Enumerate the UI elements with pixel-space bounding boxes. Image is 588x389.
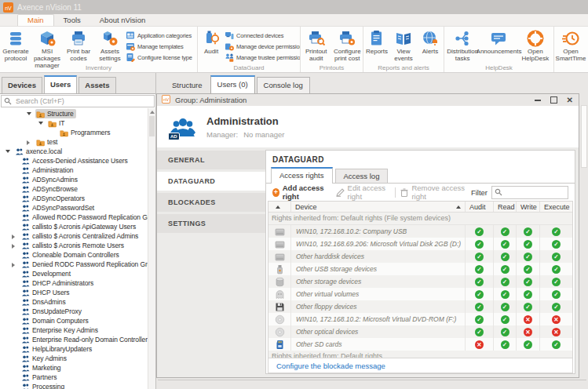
tree-item[interactable]: callisto $ Acronis Centralized Admins [0,231,155,241]
tree-item[interactable]: Key Admins [0,354,155,363]
table-row[interactable]: Other optical devices✓✓✕✕ [268,325,572,338]
tree-item[interactable]: ADSyncPasswordSet [0,203,155,213]
panel-tab-access-log[interactable]: Access log [335,169,389,183]
tree-item[interactable]: Programmers [0,128,155,137]
table-row[interactable]: Other harddisk devices✓✓✓✓ [268,250,572,263]
nav-item-settings[interactable]: SETTINGS [157,214,265,233]
ribbon-button-alerts[interactable]: Alerts [417,28,444,64]
panel-tab-access-rights[interactable]: Access rights [271,167,333,184]
tree-item[interactable]: Enterprise Read-only Domain Controllers [0,335,155,344]
main-tab-users-0[interactable]: Users (0) [210,75,255,93]
ribbon-tab-about-nvision[interactable]: About nVision [90,14,155,26]
column-header-read[interactable]: Read [494,202,517,212]
table-row[interactable]: WIN10, 172.168.10.2: Company USB✓✓✓✓ [268,225,572,238]
close-button[interactable]: ✕ [567,96,573,104]
ribbon-button-manage-trustee-permissions[interactable]: Manage trustee permissions [225,53,300,62]
table-row[interactable]: Other USB storage devices✓✓✓✓ [268,263,572,275]
nav-item-blockades[interactable]: BLOCKADES [157,193,265,212]
tree-item[interactable]: Processing [0,382,155,389]
tree-item[interactable]: Administration [0,165,155,175]
tree-item[interactable]: axence.local [0,147,155,156]
edit-access-right-button[interactable]: Edit access right [336,184,389,201]
ribbon-button-msi-packages-manager[interactable]: MSI packages manager [31,28,63,64]
search-input[interactable] [14,96,152,106]
ribbon-button-view-events[interactable]: View events [390,28,417,64]
nav-item-general[interactable]: GENERAL [157,151,265,169]
ribbon-button-configure-print-cost[interactable]: Configure print cost [332,28,363,64]
tree-item[interactable]: IT [0,118,155,128]
ribbon-button-connected-devices[interactable]: Connected devices [225,31,300,40]
ribbon-button-open-helpdesk[interactable]: Open HelpDesk [517,28,553,64]
expand-closed-icon[interactable] [12,244,15,249]
tree-item[interactable]: DHCP Users [0,288,155,297]
expand-closed-icon[interactable] [12,263,15,267]
tree-item[interactable]: Cloneable Domain Controllers [0,250,155,260]
column-header-device[interactable]: Device [291,202,466,212]
main-tab-structure[interactable]: Structure [166,78,209,93]
tree-item[interactable]: Access-Denied Assistance Users [0,156,155,165]
ribbon-button-reports[interactable]: Reports [363,28,390,64]
tree-item[interactable]: Domain Computers [0,316,155,325]
tree-item[interactable]: callisto $ Acronis Remote Users [0,241,155,250]
maximize-button[interactable] [550,96,557,104]
table-row[interactable]: Other virtual volumes✓✓✓✓ [268,288,572,300]
tree-item[interactable]: test [0,137,155,147]
scroll-up-icon[interactable] [150,111,155,114]
ribbon-button-assets-settings[interactable]: Assets settings [94,28,126,64]
ribbon-tab-tools[interactable]: Tools [54,14,90,26]
table-row[interactable]: Other floppy devices✓✓✓✓ [268,300,572,313]
ribbon-button-manage-templates[interactable]: Manage templates [126,42,197,51]
expand-closed-icon[interactable] [27,140,30,145]
tree-item[interactable]: Denied RODC Password Replication Group [0,260,155,269]
tree-item[interactable]: Partners [0,373,155,382]
scrollbar-thumb[interactable] [149,116,155,136]
tree-item[interactable]: DnsAdmins [0,297,155,307]
minimize-button[interactable] [535,100,541,101]
configure-blockade-link[interactable]: Configure the blockade message [276,362,385,370]
column-header-write[interactable]: Write [517,202,540,212]
tree-item[interactable]: Development [0,269,155,278]
ribbon-tab-main[interactable]: Main [17,14,54,26]
tree-item[interactable]: ADSyncAdmins [0,175,155,184]
ribbon-button-open-smarttime[interactable]: Open SmartTime [554,28,587,64]
tree-item[interactable]: DnsUpdateProxy [0,307,155,316]
left-tab-users[interactable]: Users [44,75,77,93]
tree-item[interactable]: ADSyncBrowse [0,184,155,194]
ribbon-button-manage-device-permissions[interactable]: Manage device permissions [225,42,300,51]
column-header-icon[interactable] [268,202,291,212]
ribbon-button-print-bar-codes[interactable]: Print bar codes [63,28,94,64]
tree-item[interactable]: callisto $ Acronis ApiGateway Users [0,222,155,231]
table-row[interactable]: WIN10, 172.168.10.2: Microsoft Virtual D… [268,313,572,325]
expand-open-icon[interactable] [38,122,43,125]
expand-open-icon[interactable] [5,150,10,153]
ribbon-button-distribution-tasks[interactable]: Distribution tasks [444,28,480,64]
tree-item[interactable]: DHCP Administrators [0,278,155,288]
add-access-right-button[interactable]: +Add access right [272,184,331,201]
expand-closed-icon[interactable] [12,234,15,239]
remove-access-right-button[interactable]: Remove access right [400,184,466,201]
ribbon-button-printout-audit[interactable]: Printout audit [301,28,332,64]
column-header-audit[interactable]: Audit [466,202,494,212]
tree-item[interactable]: ADSyncOperators [0,194,155,203]
tree-scrollbar[interactable] [148,108,155,389]
table-row[interactable]: Other SD cards✕✓✓✓ [268,338,572,351]
column-header-execute[interactable]: Execute [540,202,572,212]
tree-item[interactable]: Allowed RODC Password Replication Group [0,213,155,222]
ribbon-button-generate-protocol[interactable]: Generate protocol [0,28,31,64]
nav-item-dataguard[interactable]: DATAGUARD [157,172,265,191]
table-row[interactable]: Other storage devices✓✓✓✓ [268,275,572,288]
left-tab-devices[interactable]: Devices [2,77,42,93]
filter-input[interactable] [505,187,565,197]
tree-item[interactable]: Enterprise Key Admins [0,325,155,335]
left-tab-assets[interactable]: Assets [79,77,115,93]
main-tab-console-log[interactable]: Console log [257,77,310,93]
table-row[interactable]: WIN10, 192.168.69.206: Microsoft Virtual… [268,238,572,250]
expand-open-icon[interactable] [27,112,31,115]
tree-item[interactable]: HelpLibraryUpdaters [0,344,155,354]
tree-item[interactable]: Marketing [0,363,155,373]
ribbon-button-audit[interactable]: Audit [198,28,225,64]
tree-item[interactable]: Structure [0,109,155,118]
ribbon-button-application-categories[interactable]: Application categories [126,31,197,40]
ribbon-button-announcements[interactable]: Announcements [480,28,517,64]
ribbon-button-configure-license-type[interactable]: Configure license type [126,53,197,62]
